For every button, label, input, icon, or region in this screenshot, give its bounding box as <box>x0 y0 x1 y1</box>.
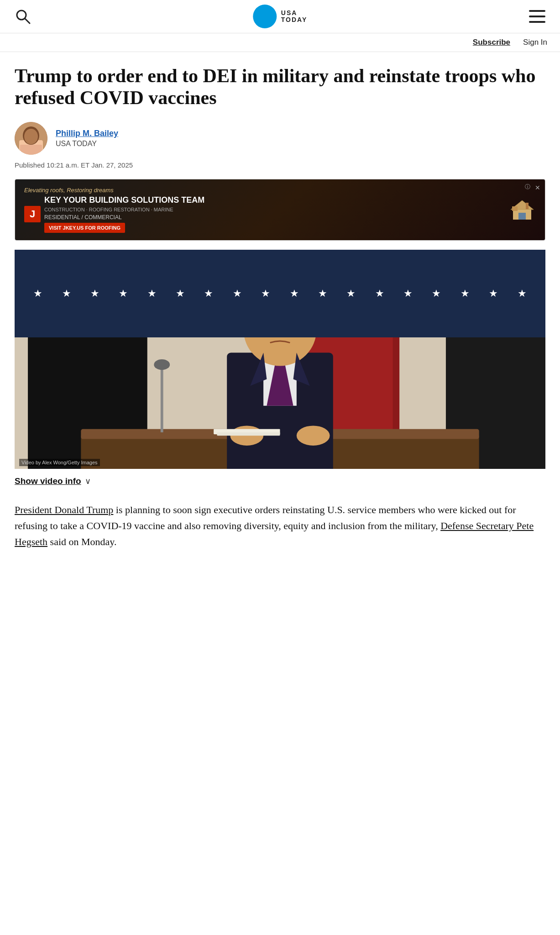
hamburger-menu-button[interactable] <box>527 8 547 25</box>
body-text-2: said on Monday. <box>47 536 116 547</box>
subscribe-link[interactable]: Subscribe <box>473 38 510 47</box>
author-row: Phillip M. Bailey USA TODAY <box>15 122 545 155</box>
show-video-info: Show video info ∨ <box>15 476 545 488</box>
trump-link[interactable]: President Donald Trump <box>15 504 113 515</box>
star: ★ <box>518 288 527 299</box>
ad-brand-name: KEY YOUR BUILDING SOLUTIONS TEAM <box>44 195 204 205</box>
ad-sub-label: RESIDENTIAL / COMMERCIAL <box>44 214 122 221</box>
star: ★ <box>432 288 441 299</box>
article-body: President Donald Trump is planning to so… <box>15 502 545 550</box>
svg-rect-3 <box>529 16 545 17</box>
author-avatar <box>15 122 47 155</box>
star: ★ <box>176 288 185 299</box>
signin-link[interactable]: Sign In <box>523 38 547 47</box>
article-title: Trump to order end to DEI in military an… <box>15 65 545 109</box>
star: ★ <box>318 288 327 299</box>
author-info: Phillip M. Bailey USA TODAY <box>56 129 118 148</box>
star: ★ <box>346 288 356 299</box>
author-name-link[interactable]: Phillip M. Bailey <box>56 129 118 138</box>
ad-construction-label: CONSTRUCTION · ROOFING RESTORATION · MAR… <box>44 207 204 212</box>
svg-point-47 <box>154 359 170 370</box>
ad-house-icon <box>508 198 536 221</box>
star: ★ <box>33 288 42 299</box>
svg-rect-49 <box>217 432 280 436</box>
hamburger-icon <box>529 10 545 23</box>
star: ★ <box>461 288 470 299</box>
stars-background: ★ ★ ★ ★ ★ ★ ★ ★ ★ ★ ★ ★ ★ ★ ★ ★ ★ <box>15 250 545 337</box>
article-image-container: ★ ★ ★ ★ ★ ★ ★ ★ ★ ★ ★ ★ ★ ★ ★ ★ ★ <box>15 250 545 469</box>
svg-rect-12 <box>518 213 526 220</box>
star: ★ <box>119 288 128 299</box>
logo-circle <box>253 5 277 28</box>
svg-rect-9 <box>20 145 42 155</box>
publish-date: Published 10:21 a.m. ET Jan. 27, 2025 <box>15 161 545 169</box>
ad-cta[interactable]: VISIT JKEY.US FOR ROOFING <box>44 223 125 233</box>
ad-banner: ⓘ ✕ Elevating roofs, Restoring dreams J … <box>15 179 545 241</box>
star: ★ <box>403 288 413 299</box>
site-logo[interactable]: USA TODAY <box>253 5 307 28</box>
star: ★ <box>204 288 213 299</box>
svg-line-1 <box>25 19 30 23</box>
star: ★ <box>90 288 99 299</box>
logo-text: USA TODAY <box>281 10 307 24</box>
svg-rect-4 <box>529 21 545 23</box>
ad-close-button[interactable]: ✕ <box>534 183 541 192</box>
show-video-info-link[interactable]: Show video info <box>15 476 81 486</box>
search-icon <box>15 8 31 25</box>
star: ★ <box>147 288 157 299</box>
ad-tagline: Elevating roofs, Restoring dreams <box>24 187 508 194</box>
svg-point-42 <box>230 425 263 446</box>
ad-logo: J <box>24 206 41 222</box>
image-caption: Video by Alex Wong/Getty Images <box>19 459 100 466</box>
search-button[interactable] <box>13 6 33 26</box>
star: ★ <box>375 288 384 299</box>
svg-point-8 <box>24 129 38 144</box>
star: ★ <box>233 288 242 299</box>
article-image: ★ ★ ★ ★ ★ ★ ★ ★ ★ ★ ★ ★ ★ ★ ★ ★ ★ <box>15 250 545 469</box>
sub-header: Subscribe Sign In <box>0 33 560 52</box>
star: ★ <box>290 288 299 299</box>
star: ★ <box>489 288 498 299</box>
svg-point-43 <box>297 425 330 446</box>
site-header: USA TODAY <box>0 0 560 33</box>
chevron-down-icon: ∨ <box>85 476 91 486</box>
svg-rect-14 <box>526 203 529 209</box>
author-outlet: USA TODAY <box>56 140 118 148</box>
star: ★ <box>62 288 71 299</box>
svg-rect-13 <box>512 206 518 211</box>
article: Trump to order end to DEI in military an… <box>0 52 560 568</box>
avatar-image <box>15 122 47 155</box>
ad-info-icon[interactable]: ⓘ <box>525 183 530 192</box>
svg-rect-2 <box>529 10 545 12</box>
star: ★ <box>261 288 270 299</box>
svg-rect-46 <box>161 366 163 432</box>
